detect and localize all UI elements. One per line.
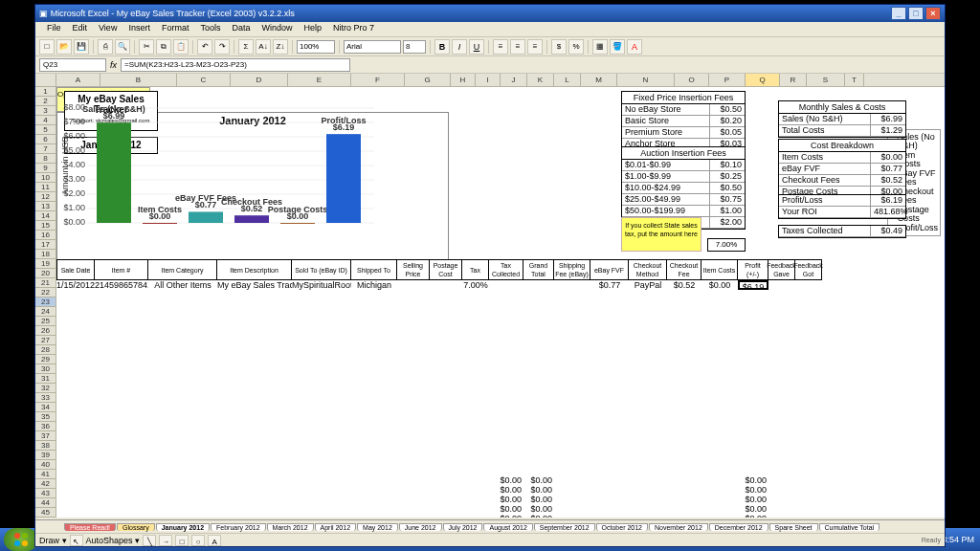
column-headers: ABCDEFGHIJKLMNOPQRST [35,74,945,87]
minimize-button[interactable]: _ [891,7,906,20]
cut-icon[interactable]: ✂ [139,39,154,55]
menu-data[interactable]: Data [226,22,256,36]
svg-rect-26 [143,223,177,224]
svg-point-3 [22,540,28,546]
profit-table: Profit/Loss$6.19Your ROI481.68% [778,194,906,219]
window-title: Microsoft Excel - My eBay Sales Tracker … [51,9,295,18]
clock: 8:54 PM [942,535,974,544]
worksheet[interactable]: ABCDEFGHIJKLMNOPQRST 1234567891011121314… [35,74,945,518]
sheet-tab[interactable]: May 2012 [357,523,398,531]
svg-rect-38 [326,134,361,223]
autoshapes-menu[interactable]: AutoShapes ▾ [86,536,141,545]
redo-icon[interactable]: ↷ [214,39,230,55]
italic-icon[interactable]: I [452,39,467,55]
percent-icon[interactable]: % [568,39,584,55]
align-left-icon[interactable]: ≡ [493,39,508,55]
svg-text:$1.00: $1.00 [63,203,85,212]
svg-rect-32 [234,215,269,223]
font-color-icon[interactable]: A [627,39,642,55]
select-icon[interactable]: ↖ [70,535,83,546]
status-text: Ready [922,537,941,543]
sheet-tab[interactable]: February 2012 [211,523,266,531]
sort-desc-icon[interactable]: Z↓ [273,39,288,55]
sheet-tab[interactable]: October 2012 [596,523,648,531]
textbox-icon[interactable]: A [208,535,221,546]
font-box[interactable] [344,40,401,54]
sheet-tab[interactable]: March 2012 [267,523,314,531]
sheet-tab[interactable]: November 2012 [649,523,708,531]
open-icon[interactable]: 📂 [56,39,72,55]
zoom-box[interactable] [297,40,335,54]
sheet-tab[interactable]: September 2012 [534,523,595,531]
menu-format[interactable]: Format [156,22,195,36]
monthly-table: Monthly Sales & CostsSales (No S&H)$6.99… [778,100,906,138]
cells-area[interactable]: My eBay Sales Tracker Support: skzsales@… [56,87,945,518]
sheet-tab[interactable]: Cumulative Total [819,523,880,531]
app-icon: ▣ [39,9,48,18]
name-box[interactable] [39,58,106,72]
svg-point-0 [14,533,20,539]
preview-icon[interactable]: 🔍 [115,39,130,55]
fontsize-box[interactable] [403,40,426,54]
sheet-tab[interactable]: December 2012 [709,523,768,531]
sheet-tab[interactable]: August 2012 [483,523,532,531]
data-table-header: Sale DateItem #Item CategoryItem Descrip… [56,259,945,280]
sum-icon[interactable]: Σ [238,39,254,55]
sheet-tab[interactable]: July 2012 [443,523,483,531]
close-button[interactable]: × [925,7,941,20]
taxes-table: Taxes Collected$0.49 [778,225,906,238]
svg-text:$0.00: $0.00 [63,217,85,227]
svg-text:$7.00: $7.00 [63,117,85,126]
line-icon[interactable]: ╲ [143,535,156,546]
borders-icon[interactable]: ▦ [592,39,608,55]
sort-asc-icon[interactable]: A↓ [256,39,271,55]
start-button[interactable] [4,528,38,551]
menu-tools[interactable]: Tools [194,22,226,36]
print-icon[interactable]: ⎙ [98,39,113,55]
sheet-tab[interactable]: Glossary [117,523,155,531]
draw-menu[interactable]: Draw ▾ [39,536,67,545]
sheet-tab[interactable]: June 2012 [399,523,442,531]
fill-color-icon[interactable]: 🪣 [610,39,625,55]
undo-icon[interactable]: ↶ [197,39,212,55]
menu-window[interactable]: Window [256,22,298,36]
maximize-button[interactable]: □ [908,7,924,20]
rect-icon[interactable]: □ [175,535,189,546]
arrow-icon[interactable]: → [159,535,172,546]
align-right-icon[interactable]: ≡ [527,39,543,55]
align-center-icon[interactable]: ≡ [510,39,525,55]
bold-icon[interactable]: B [434,39,450,55]
svg-text:Sales (No S&H): Sales (No S&H) [82,104,145,114]
svg-rect-35 [280,223,315,224]
oval-icon[interactable]: ○ [191,535,205,546]
menu-edit[interactable]: Edit [67,22,94,36]
save-icon[interactable]: 💾 [74,39,89,55]
underline-icon[interactable]: U [469,39,484,55]
sheet-tab[interactable]: April 2012 [315,523,357,531]
row-headers: 1234567891011121314151617181920212223242… [35,87,56,518]
menu-nitropro7[interactable]: Nitro Pro 7 [327,22,380,36]
menu-insert[interactable]: Insert [122,22,156,36]
svg-rect-23 [97,122,131,223]
formula-bar[interactable] [121,58,350,72]
sheet-tabs: Please Read!GlossaryJanuary 2012February… [35,519,945,533]
titlebar: ▣ Microsoft Excel - My eBay Sales Tracke… [35,5,945,22]
copy-icon[interactable]: ⧉ [156,39,171,55]
sheet-tab[interactable]: Please Read! [64,523,116,531]
paste-icon[interactable]: 📋 [173,39,189,55]
menu-help[interactable]: Help [298,22,327,36]
sheet-tab[interactable]: Spare Sheet [769,523,818,531]
menu-view[interactable]: View [93,22,122,36]
new-icon[interactable]: □ [39,39,55,55]
svg-text:Amount in USD: Amount in USD [60,135,70,195]
menu-file[interactable]: File [41,22,67,36]
svg-point-1 [22,533,28,539]
data-row: 1/15/2012214598657841All Other ItemsMy e… [56,280,945,290]
sheet-tab[interactable]: January 2012 [156,523,210,531]
fx-icon[interactable]: fx [110,60,117,70]
breakdown-table: Cost BreakdownItem Costs$0.00eBay FVF$0.… [778,139,906,199]
svg-text:Item Costs: Item Costs [138,205,182,214]
currency-icon[interactable]: $ [551,39,567,55]
formula-bar-row: fx [35,56,945,74]
drawing-toolbar: Draw ▾ ↖ AutoShapes ▾ ╲ → □ ○ A Ready [35,533,945,546]
